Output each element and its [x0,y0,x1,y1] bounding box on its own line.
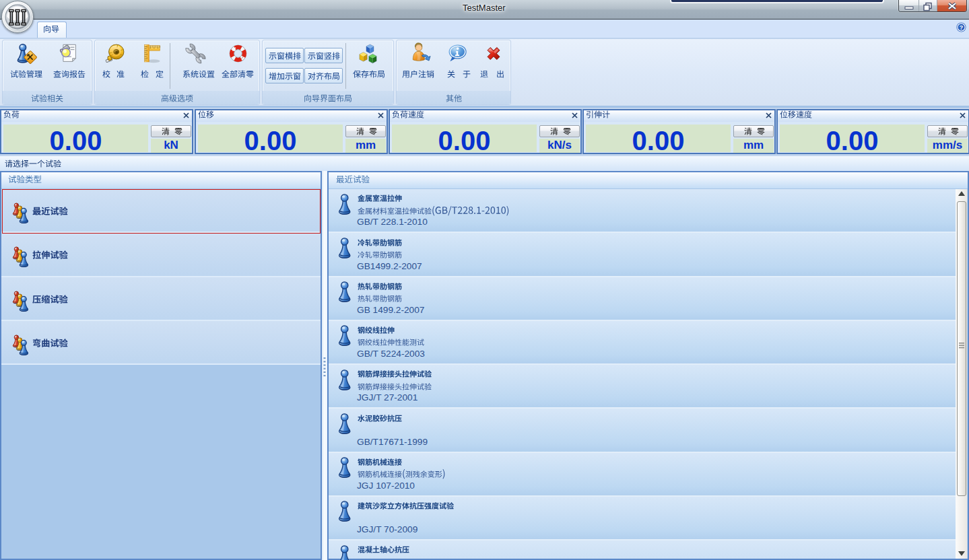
svg-text:?: ? [960,24,964,31]
